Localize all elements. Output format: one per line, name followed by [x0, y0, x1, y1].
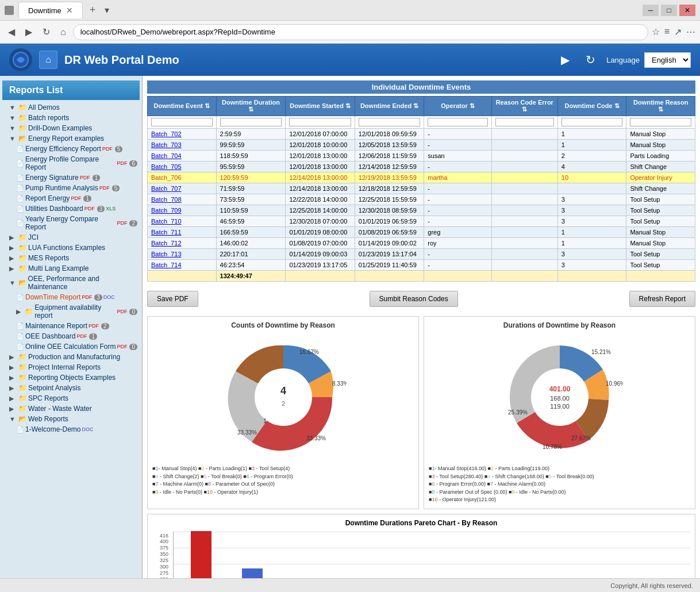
table-cell: 12/30/2018 08:59:59 [355, 205, 424, 216]
table-cell: 12/01/2018 09:59:59 [355, 129, 424, 140]
sidebar-item-utilities-dashboard[interactable]: 📄 Utilities Dashboard PDF 3 XLS [2, 203, 140, 214]
sidebar-item-multilang[interactable]: ▶ 📁 Multi Lang Example [2, 263, 140, 274]
sidebar-item-pump-runtime[interactable]: 📄 Pump Runtime Analysis PDF 5 [2, 183, 140, 193]
sidebar-item-project-internal[interactable]: ▶ 📁 Project Internal Reports [2, 362, 140, 372]
sidebar-item-oee-dashboard[interactable]: 📄 OEE Dashboard PDF 1 [2, 331, 140, 341]
pie-chart-2: Durations of Downtime by Reason [424, 316, 695, 509]
col-header-downtime-code[interactable]: Downtime Code ⇅ [557, 97, 626, 116]
filter-downtime-reason[interactable] [630, 118, 691, 126]
col-header-ended[interactable]: Downtime Ended ⇅ [355, 97, 424, 116]
sidebar-item-report-energy[interactable]: 📄 Report Energy PDF 1 [2, 193, 140, 203]
table-cell: 95:59:59 [216, 162, 286, 172]
table-cell: 4 [557, 162, 626, 172]
col-header-event[interactable]: Downtime Event ⇅ [148, 97, 217, 116]
app-title: DR Web Portal Demo [64, 53, 549, 67]
sidebar-item-downtime[interactable]: 📄 DownTime Report PDF 3 DOC [2, 292, 140, 302]
table-cell: 1 [557, 227, 626, 238]
home-nav-button[interactable]: ⌂ [39, 51, 57, 69]
item-label: Yearly Energy Compare Report [25, 215, 116, 231]
bar-tool-setup: 280.40 [242, 568, 263, 579]
tab-dropdown[interactable]: ▾ [102, 5, 111, 16]
filter-operator[interactable] [428, 118, 487, 126]
table-cell: 12/25/2018 14:00:00 [286, 205, 355, 216]
folder-icon: 📁 [18, 374, 27, 382]
file-icon: 📄 [16, 195, 24, 202]
sidebar-item-jci[interactable]: ▶ 📁 JCI [2, 232, 140, 243]
play-button[interactable]: ▶ [556, 51, 574, 69]
table-cell: Batch_711 [148, 227, 217, 238]
forward-button[interactable]: ▶ [22, 25, 36, 39]
tab-close-button[interactable]: ✕ [66, 6, 73, 15]
maximize-button[interactable]: □ [661, 5, 677, 16]
file-icon: 📄 [16, 205, 24, 213]
col-header-operator[interactable]: Operator ⇅ [424, 97, 491, 116]
reload-button[interactable]: ↻ [39, 25, 53, 39]
svg-text:25.39%: 25.39% [508, 409, 528, 416]
item-label: Pump Runtime Analysis [25, 184, 98, 192]
sidebar-item-production[interactable]: ▶ 📁 Production and Manufacturing [2, 352, 140, 362]
col-header-started[interactable]: Downtime Started ⇅ [286, 97, 355, 116]
filter-reason-code[interactable] [495, 118, 554, 126]
col-header-duration[interactable]: Downtime Duration ⇅ [216, 97, 286, 116]
sidebar-item-reporting-objects[interactable]: ▶ 📁 Reporting Objects Examples [2, 372, 140, 383]
sidebar-item-mes[interactable]: ▶ 📁 MES Reports [2, 253, 140, 263]
col-header-reason-code[interactable]: Reason Code Error ⇅ [491, 97, 557, 116]
table-cell: 12/14/2018 12:59:59 [355, 162, 424, 172]
sidebar-item-energy-signature[interactable]: 📄 Energy Signature PDF 1 [2, 172, 140, 183]
sidebar-item-welcome-demo[interactable]: 📄 1-Welcome-Demo DOC [2, 424, 140, 435]
submit-reason-button[interactable]: Sumbit Reason Codes [370, 291, 458, 307]
browser-tab[interactable]: Downtime ✕ [18, 2, 83, 18]
bookmark-icon[interactable]: ☆ [652, 26, 660, 37]
col-header-downtime-reason[interactable]: Downtime Reason ⇅ [626, 97, 695, 116]
table-cell [491, 238, 557, 249]
save-pdf-button[interactable]: Save PDF [147, 291, 198, 307]
minimize-button[interactable]: ─ [643, 5, 659, 16]
file-icon: 📄 [16, 160, 24, 167]
sidebar-item-oee[interactable]: ▼ 📂 OEE, Performance and Maintenance [2, 274, 140, 292]
sort-icon: ⇅ [205, 102, 210, 109]
sidebar-item-spc[interactable]: ▶ 📁 SPC Reports [2, 393, 140, 403]
svg-text:33.33%: 33.33% [306, 435, 326, 441]
sidebar-item-energy-examples[interactable]: ▼ 📂 Energy Report examples [2, 133, 140, 144]
app-refresh-button[interactable]: ↻ [581, 51, 599, 69]
filter-started[interactable] [289, 118, 351, 126]
filter-duration[interactable] [220, 118, 282, 126]
table-row: Batch_711166:59:5901/01/2019 08:00:0001/… [148, 227, 695, 238]
total-cell [286, 271, 355, 282]
share-icon[interactable]: ↗ [674, 26, 682, 37]
sidebar-item-batch-reports[interactable]: ▼ 📁 Batch reports [2, 113, 140, 123]
filter-event[interactable] [151, 118, 213, 126]
table-cell: Batch_702 [148, 129, 217, 140]
back-button[interactable]: ◀ [5, 25, 18, 39]
item-label: Multi Lang Example [28, 264, 89, 272]
sidebar-item-lua[interactable]: ▶ 📁 LUA Functions Examples [2, 243, 140, 253]
sidebar-item-setpoint[interactable]: ▶ 📁 Setpoint Analysis [2, 383, 140, 393]
sidebar-item-yearly-energy[interactable]: 📄 Yearly Energy Compare Report PDF 2 [2, 214, 140, 232]
collapse-icon: ▼ [9, 125, 17, 132]
sidebar-item-all-demos[interactable]: ▼ 📁 All Demos [2, 102, 140, 113]
titlebar: Downtime ✕ + ▾ ─ □ ✕ [0, 0, 700, 21]
new-tab-button[interactable]: + [87, 4, 98, 16]
svg-text:119.00: 119.00 [550, 403, 570, 410]
sidebar-item-equip-avail[interactable]: ▶ 📁 Equipment availability report PDF 0 [2, 302, 140, 321]
menu-icon[interactable]: ⋯ [686, 26, 695, 37]
close-button[interactable]: ✕ [679, 5, 695, 16]
refresh-report-button[interactable]: Refresh Report [629, 291, 695, 307]
reader-icon[interactable]: ≡ [664, 26, 670, 37]
total-cell [557, 271, 626, 282]
sidebar-item-energy-profile[interactable]: 📄 Energy Profile Compare Report PDF 6 [2, 154, 140, 172]
table-cell: Manual Stop [626, 129, 695, 140]
sidebar-item-energy-efficiency[interactable]: 📄 Energy Efficiency Report PDF 5 [2, 144, 140, 154]
url-input[interactable] [73, 24, 648, 40]
svg-text:27.67%: 27.67% [571, 435, 591, 441]
filter-downtime-code[interactable] [561, 118, 623, 126]
table-cell: - [424, 129, 491, 140]
home-button[interactable]: ⌂ [57, 26, 70, 39]
sidebar-item-web-reports[interactable]: ▼ 📂 Web Reports [2, 414, 140, 424]
filter-ended[interactable] [359, 118, 420, 126]
language-select[interactable]: English [644, 52, 691, 68]
sidebar-item-online-oee[interactable]: 📄 Online OEE Calculation Form PDF 0 [2, 341, 140, 352]
sidebar-item-drilldown[interactable]: ▼ 📁 Drill-Down Examples [2, 123, 140, 133]
sidebar-item-water[interactable]: ▶ 📁 Water - Waste Water [2, 403, 140, 414]
sidebar-item-maintenance[interactable]: 📄 Maintenance Report PDF 2 [2, 321, 140, 331]
